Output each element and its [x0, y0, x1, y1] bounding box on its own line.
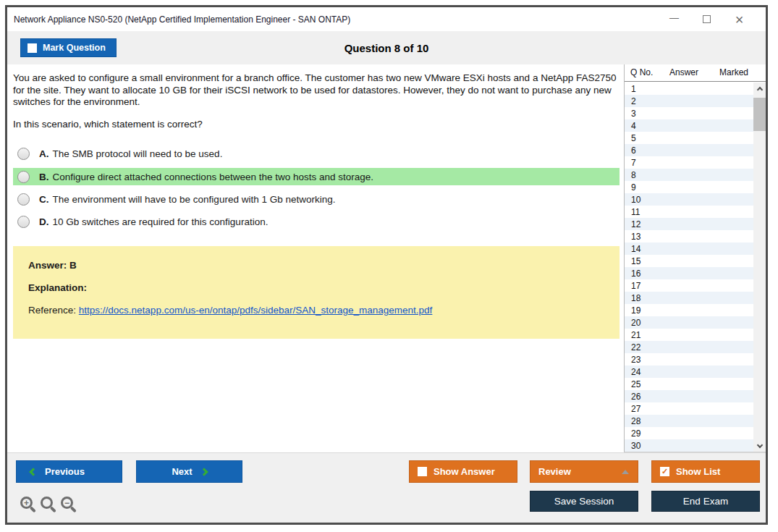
option-text: The SMB protocol will need to be used. [53, 148, 223, 159]
review-dropdown-button[interactable]: Review [530, 460, 638, 483]
question-list-row[interactable]: 23 [625, 353, 754, 366]
mark-question-button[interactable]: Mark Question [20, 38, 117, 57]
question-list-row[interactable]: 3 [625, 107, 754, 119]
question-area: You are asked to configure a small envir… [7, 64, 624, 452]
question-number: 8 [631, 170, 636, 180]
question-list-row[interactable]: 15 [625, 255, 754, 267]
question-list-row[interactable]: 10 [625, 193, 754, 206]
minimize-button[interactable]: — [658, 7, 690, 31]
question-list-row[interactable]: 14 [625, 242, 754, 255]
next-label: Next [172, 466, 192, 477]
question-list-row[interactable]: 24 [625, 366, 754, 378]
scrollbar-thumb[interactable] [753, 98, 766, 131]
question-list-row[interactable]: 4 [625, 119, 754, 132]
close-icon: × [735, 12, 744, 27]
question-list-row[interactable]: 17 [625, 279, 754, 292]
answer-option-a[interactable]: A. The SMB protocol will need to be used… [13, 145, 620, 162]
question-list-row[interactable]: 13 [625, 230, 754, 242]
question-list-row[interactable]: 6 [625, 144, 754, 156]
question-list-row[interactable]: 25 [625, 378, 754, 390]
scroll-up-button[interactable] [753, 83, 766, 95]
radio-button-icon[interactable] [17, 216, 30, 228]
question-list-row[interactable]: 1 [625, 83, 754, 95]
maximize-button[interactable] [690, 7, 723, 31]
question-number: 17 [631, 281, 640, 291]
chevron-left-icon [29, 468, 37, 476]
question-list-row[interactable]: 11 [625, 206, 754, 218]
review-label: Review [538, 466, 571, 477]
save-session-button[interactable]: Save Session [530, 491, 638, 512]
question-list-body: 1234567891011121314151617181920212223242… [625, 83, 754, 452]
question-list-row[interactable]: 26 [625, 390, 754, 402]
question-number: 2 [631, 96, 636, 106]
question-list-row[interactable]: 30 [625, 439, 754, 452]
option-text: The environment will have to be configur… [53, 194, 336, 205]
question-list-row[interactable]: 16 [625, 267, 754, 279]
show-answer-label: Show Answer [434, 466, 495, 477]
question-list-row[interactable]: 9 [625, 181, 754, 193]
question-number: 12 [631, 219, 640, 229]
show-list-button[interactable]: ✓ Show List [651, 460, 760, 483]
answer-option-c[interactable]: C. The environment will have to be confi… [13, 190, 620, 208]
zoom-in-icon[interactable]: + [20, 497, 33, 509]
question-list-row[interactable]: 22 [625, 341, 754, 353]
question-number: 23 [631, 355, 640, 365]
show-answer-button[interactable]: Show Answer [409, 460, 517, 483]
question-number: 14 [631, 244, 640, 254]
next-button[interactable]: Next [136, 460, 242, 483]
show-list-label: Show List [676, 466, 720, 477]
zoom-tools: + − [20, 497, 73, 509]
question-progress: Question 8 of 10 [7, 31, 766, 64]
question-number: 19 [631, 305, 640, 316]
radio-button-icon[interactable] [17, 171, 30, 183]
answer-explanation-panel: Answer: B Explanation: Reference: https:… [13, 246, 620, 339]
question-number: 18 [631, 293, 640, 303]
option-letter: D. [39, 216, 49, 227]
question-list-row[interactable]: 27 [625, 402, 754, 415]
radio-button-icon[interactable] [17, 193, 30, 206]
question-number: 15 [631, 256, 640, 266]
question-list-row[interactable]: 29 [625, 427, 754, 439]
zoom-reset-icon[interactable] [41, 497, 53, 509]
answer-option-b[interactable]: B. Configure direct attached connections… [13, 168, 620, 185]
question-list-scrollbar[interactable] [753, 83, 766, 452]
window-title: Network Appliance NS0-520 (NetApp Certif… [14, 14, 350, 25]
column-header-answer: Answer [669, 67, 698, 77]
mark-question-label: Mark Question [43, 43, 106, 53]
question-list-row[interactable]: 2 [625, 95, 754, 107]
answer-option-d[interactable]: D. 10 Gb switches are required for this … [13, 213, 620, 230]
question-number: 13 [631, 232, 640, 242]
window-controls: — × [658, 7, 756, 31]
question-list-row[interactable]: 5 [625, 132, 754, 144]
question-number: 27 [631, 404, 640, 414]
close-button[interactable]: × [723, 7, 756, 31]
mark-question-checkbox-icon[interactable] [28, 43, 37, 53]
previous-button[interactable]: Previous [16, 460, 122, 483]
question-list-row[interactable]: 8 [625, 169, 754, 181]
question-list-row[interactable]: 20 [625, 316, 754, 329]
show-answer-checkbox-icon[interactable] [418, 467, 427, 476]
question-list-row[interactable]: 28 [625, 415, 754, 427]
question-number: 6 [631, 145, 636, 156]
question-number: 25 [631, 379, 640, 389]
question-list-row[interactable]: 19 [625, 304, 754, 316]
header-strip: Question 8 of 10 Mark Question [7, 31, 766, 64]
zoom-out-icon[interactable]: − [61, 497, 73, 509]
question-list-row[interactable]: 18 [625, 292, 754, 304]
radio-button-icon[interactable] [17, 148, 30, 160]
reference-link[interactable]: https://docs.netapp.com/us-en/ontap/pdfs… [79, 305, 433, 316]
option-text: Configure direct attached connections be… [53, 172, 374, 182]
option-letter: B. [39, 172, 49, 182]
question-list-row[interactable]: 7 [625, 156, 754, 169]
show-list-checkbox-icon[interactable]: ✓ [660, 467, 669, 476]
answer-label: Answer: B [28, 259, 620, 272]
scroll-down-button[interactable] [753, 440, 766, 452]
question-list-row[interactable]: 21 [625, 329, 754, 341]
maximize-icon [703, 15, 711, 23]
question-number: 1 [631, 84, 636, 94]
end-exam-button[interactable]: End Exam [651, 491, 760, 512]
question-list-row[interactable]: 12 [625, 218, 754, 230]
question-number: 29 [631, 428, 640, 439]
triangle-up-icon [622, 470, 629, 474]
question-prompt: In this scenario, which statement is cor… [13, 119, 620, 131]
